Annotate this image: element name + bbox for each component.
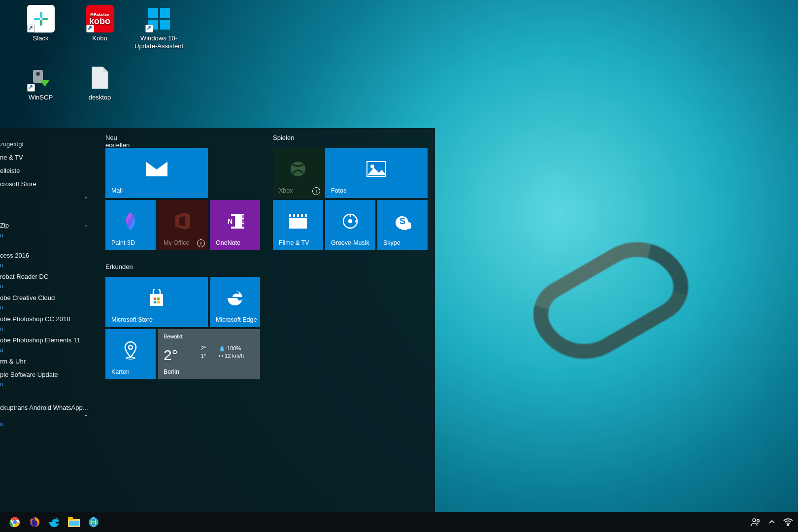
tile-skype[interactable]: S Skype (377, 200, 428, 250)
tile-store[interactable]: Microsoft Store (105, 277, 208, 327)
onenote-icon: N (225, 213, 245, 230)
weather-temp: 2° (164, 347, 178, 364)
applist-subtext: u (0, 262, 96, 270)
svg-rect-3 (40, 20, 42, 26)
svg-rect-7 (160, 20, 170, 30)
taskbar-chrome[interactable] (8, 515, 22, 529)
firefox-icon (29, 517, 40, 528)
desktop-icon-kobo[interactable]: ◎Rakuten kobo Kobo (74, 5, 126, 42)
applist-subtext: u (0, 283, 96, 291)
edge-icon (227, 290, 243, 306)
svg-rect-34 (299, 214, 301, 217)
taskbar-firefox[interactable] (28, 515, 41, 529)
tile-onenote[interactable]: N OneNote (210, 200, 260, 250)
tile-group-header-create[interactable]: Neu erstellen (105, 134, 130, 149)
applist-item[interactable]: obe Photoshop Elements 11 (0, 333, 96, 347)
office-icon (175, 213, 190, 230)
tile-label: Xbox (279, 187, 293, 194)
weather-humidity: 100% (227, 345, 241, 351)
skype-icon: S (394, 212, 411, 230)
svg-point-48 (13, 521, 16, 524)
applist-item[interactable]: crosoft Store (0, 177, 96, 191)
svg-point-53 (89, 517, 99, 527)
applist-item[interactable]: rm & Uhr (0, 355, 96, 368)
applist-item[interactable]: robat Reader DC (0, 270, 96, 283)
wifi-icon[interactable] (783, 518, 793, 526)
groove-icon (342, 213, 359, 230)
shortcut-arrow-icon (145, 25, 153, 33)
svg-rect-2 (42, 18, 48, 20)
desktop-icon-label: WinSCP (15, 94, 66, 101)
svg-point-43 (129, 345, 133, 349)
taskbar-edge[interactable] (47, 515, 61, 529)
tile-group-header-explore[interactable]: Erkunden (105, 263, 133, 270)
tile-label: Paint 3D (111, 239, 135, 246)
applist-item[interactable]: Zip⌄ (0, 219, 96, 232)
tile-label: Groove-Musik (331, 239, 369, 246)
svg-point-27 (291, 162, 305, 176)
svg-rect-9 (36, 72, 40, 76)
tile-mail[interactable]: Mail (105, 148, 208, 198)
maps-icon (123, 341, 138, 360)
desktop-icon-winscp[interactable]: WinSCP (15, 64, 66, 101)
taskbar-explorer[interactable] (67, 515, 81, 529)
applist-item[interactable]: ckuptrans Android WhatsApp…⌄ (0, 401, 96, 421)
applist-item[interactable]: zugefügt (0, 133, 96, 151)
svg-rect-52 (69, 521, 79, 526)
globe-icon (88, 517, 99, 528)
weather-condition: Bewölkt (164, 333, 183, 340)
svg-rect-0 (40, 12, 42, 18)
tile-edge[interactable]: Microsoft Edge (210, 277, 260, 327)
tile-fotos[interactable]: Fotos (325, 148, 428, 198)
start-applist[interactable]: zugefügt ne & TV elleiste crosoft Store … (0, 128, 96, 512)
applist-subtext: u (0, 326, 96, 333)
taskbar-app[interactable] (87, 515, 100, 529)
svg-rect-40 (157, 298, 160, 300)
tile-karten[interactable]: Karten (105, 329, 156, 379)
tile-label: Karten (111, 368, 130, 375)
desktop-icon-label: Slack (15, 34, 66, 42)
weather-city: Berlin (164, 368, 179, 375)
tile-label: Microsoft Edge (216, 316, 257, 323)
photos-icon (366, 161, 387, 177)
applist-item[interactable]: cess 2016 (0, 249, 96, 262)
desktop-icon-file[interactable]: desktop (74, 64, 126, 101)
tile-xbox[interactable]: Xbox i (273, 148, 323, 198)
tile-label: My Office (164, 239, 190, 246)
weather-low: 1° (201, 353, 206, 359)
xbox-icon (290, 161, 306, 177)
applist-item[interactable]: elleiste (0, 164, 96, 177)
desktop-icon-label: Kobo (74, 34, 126, 42)
desktop-icon-winupdate[interactable]: Windows 10-Update-Assistent (133, 5, 185, 51)
chevron-up-icon[interactable] (768, 519, 775, 526)
applist-item[interactable]: ne & TV (0, 151, 96, 164)
chevron-down-icon: ⌄ (84, 222, 88, 228)
tile-myoffice[interactable]: My Office i (158, 200, 208, 250)
applist-item[interactable]: ple Software Update (0, 368, 96, 381)
start-menu: zugefügt ne & TV elleiste crosoft Store … (0, 128, 435, 512)
tile-label: Skype (383, 239, 400, 246)
taskbar (0, 512, 798, 532)
tile-label: Fotos (331, 187, 346, 194)
desktop-icon-slack[interactable]: Slack (15, 5, 66, 42)
tile-groove[interactable]: Groove-Musik (325, 200, 375, 250)
svg-rect-32 (291, 214, 293, 217)
svg-point-44 (126, 357, 135, 359)
svg-rect-35 (303, 214, 305, 217)
svg-point-55 (753, 519, 756, 522)
applist-item[interactable]: obe Creative Cloud (0, 291, 96, 304)
applist-subtext: u (0, 347, 96, 355)
svg-rect-5 (160, 8, 170, 18)
wind-icon: ↢ (219, 353, 223, 359)
tile-weather[interactable]: Bewölkt 2° 2° 1° 💧 100% ↢ 12 km/h Berlin (158, 329, 260, 379)
people-icon[interactable] (751, 518, 761, 527)
tile-paint3d[interactable]: Paint 3D (105, 200, 156, 250)
applist-item[interactable]: obe Photoshop CC 2018 (0, 312, 96, 326)
tile-group-header-play[interactable]: Spielen (273, 134, 294, 141)
tile-filmetv[interactable]: Filme & TV (273, 200, 323, 250)
applist-expander[interactable]: ⌄ (0, 191, 96, 203)
file-icon (90, 66, 110, 90)
tile-label: OneNote (216, 239, 240, 246)
tile-label: Mail (111, 187, 123, 194)
paint3d-icon (122, 211, 139, 231)
